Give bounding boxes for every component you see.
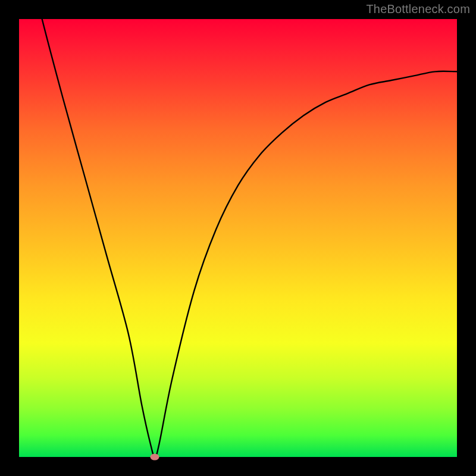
watermark-label: TheBottleneck.com [366, 2, 470, 16]
bottleneck-curve [19, 19, 457, 457]
nadir-marker [151, 454, 159, 461]
curve-path [19, 19, 457, 457]
chart-frame: TheBottleneck.com [0, 0, 476, 476]
plot-area [19, 19, 457, 457]
